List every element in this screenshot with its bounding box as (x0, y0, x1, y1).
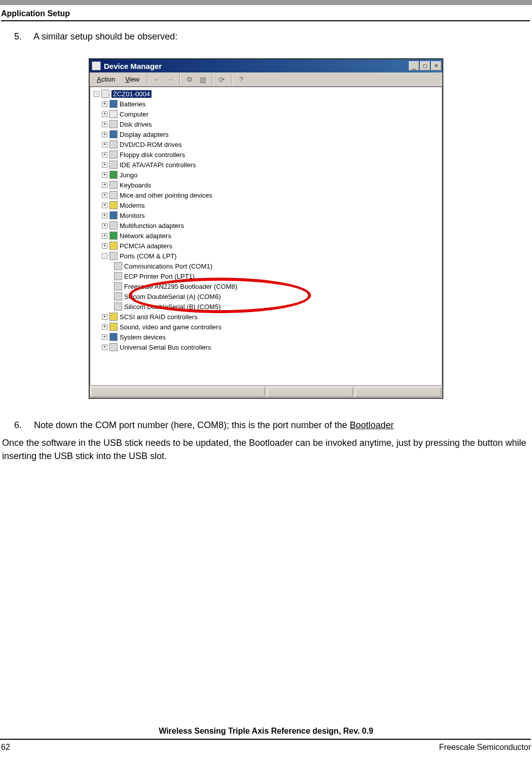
expand-icon[interactable]: + (102, 122, 107, 127)
collapse-icon[interactable]: - (102, 253, 107, 259)
footer-title: Wireless Sensing Triple Axis Reference d… (0, 727, 532, 739)
expand-icon[interactable]: + (102, 193, 107, 198)
status-bar (90, 386, 442, 398)
step-5-text: A similar setup should be observed: (33, 31, 177, 42)
tree-node-ide[interactable]: +IDE ATA/ATAPI controllers (92, 160, 440, 170)
body-paragraph: Once the software in the USB stick needs… (2, 437, 530, 462)
status-pane-main (91, 387, 265, 397)
expand-icon[interactable]: + (102, 314, 107, 320)
computer-icon (109, 110, 118, 118)
step-6-number: 6. (14, 419, 31, 432)
usb-icon (109, 343, 118, 351)
tree-leaf-lpt1[interactable]: ECP Printer Port (LPT1) (92, 271, 440, 281)
titlebar[interactable]: Device Manager _ □ × (90, 59, 442, 72)
tree-node-multi[interactable]: +Multifunction adapters (92, 220, 440, 231)
pcmcia-icon (109, 242, 118, 250)
sound-icon (109, 323, 118, 331)
expand-icon[interactable]: + (102, 162, 107, 168)
port-icon (114, 282, 122, 290)
tree-node-ports[interactable]: -Ports (COM & LPT) (92, 251, 440, 261)
device-tree[interactable]: - ZCZ01-0004 +Batteries +Computer +Disk … (90, 87, 442, 386)
tree-node-scsi[interactable]: +SCSI and RAID controllers (92, 312, 440, 322)
jungo-icon (109, 171, 118, 179)
expand-icon[interactable]: + (102, 203, 107, 208)
expand-icon[interactable]: + (102, 152, 107, 158)
expand-icon[interactable]: + (102, 233, 107, 239)
system-icon (109, 333, 118, 341)
expand-icon[interactable]: + (102, 132, 107, 137)
mouse-icon (109, 191, 118, 199)
tree-node-usb[interactable]: +Universal Serial Bus controllers (92, 342, 440, 352)
monitor-icon (109, 211, 118, 219)
nav-forward-icon[interactable]: → (165, 74, 176, 85)
nav-back-icon[interactable]: ← (151, 74, 163, 85)
document-top-bar (0, 0, 532, 5)
tree-root[interactable]: - ZCZ01-0004 (92, 89, 440, 99)
network-icon (109, 232, 118, 240)
help-icon[interactable]: ? (236, 74, 247, 85)
keyboard-icon (109, 181, 118, 189)
footer-right: Freescale Semiconductor (439, 743, 531, 752)
ports-icon (109, 252, 118, 260)
page-number: 62 (1, 743, 10, 752)
tree-node-system[interactable]: +System devices (92, 332, 440, 342)
tree-node-network[interactable]: +Network adapters (92, 231, 440, 241)
tree-leaf-doubleserial-b[interactable]: Silicom DoubleSerial (B) (COM5) (92, 301, 440, 312)
battery-icon (109, 100, 118, 108)
tree-node-pcmcia[interactable]: +PCMCIA adapters (92, 241, 440, 251)
tree-node-monitors[interactable]: +Monitors (92, 210, 440, 220)
dvd-icon (109, 140, 118, 148)
tree-node-jungo[interactable]: +Jungo (92, 170, 440, 180)
step-6: 6. Note down the COM port number (here, … (14, 419, 531, 432)
collapse-icon[interactable]: - (94, 91, 99, 97)
expand-icon[interactable]: + (102, 172, 107, 178)
ide-icon (109, 161, 118, 169)
computer-root-icon (101, 90, 109, 98)
tree-node-modems[interactable]: +Modems (92, 200, 440, 210)
disk-icon (109, 120, 118, 128)
details-icon[interactable]: ▥ (197, 74, 208, 85)
menu-action[interactable]: Action (93, 74, 119, 84)
expand-icon[interactable]: + (102, 213, 107, 218)
expand-icon[interactable]: + (102, 324, 107, 330)
tree-leaf-com1[interactable]: Communications Port (COM1) (92, 261, 440, 271)
port-icon (114, 302, 122, 311)
expand-icon[interactable]: + (102, 111, 107, 117)
menu-view[interactable]: View (121, 74, 143, 84)
expand-icon[interactable]: + (102, 182, 107, 188)
display-icon (109, 130, 118, 138)
tree-node-batteries[interactable]: +Batteries (92, 99, 440, 109)
tree-node-dvd[interactable]: +DVD/CD-ROM drives (92, 139, 440, 149)
tree-leaf-doubleserial-a[interactable]: Silicom DoubleSerial (A) (COM6) (92, 291, 440, 301)
expand-icon[interactable]: + (102, 334, 107, 340)
multifunction-icon (109, 221, 118, 230)
toolbar-separator (179, 74, 180, 85)
port-icon (114, 272, 122, 280)
properties-icon[interactable]: ⧉ (184, 74, 195, 85)
root-label: ZCZ01-0004 (111, 90, 151, 98)
scsi-icon (109, 313, 118, 321)
close-button[interactable]: × (431, 61, 441, 70)
tree-node-floppy[interactable]: +Floppy disk controllers (92, 149, 440, 160)
expand-icon[interactable]: + (102, 345, 107, 350)
page-footer: Wireless Sensing Triple Axis Reference d… (0, 727, 532, 752)
expand-icon[interactable]: + (102, 223, 107, 229)
tree-leaf-bootloader[interactable]: Freescale AN2295 Bootloader (COM8) (92, 281, 440, 291)
tree-node-sound[interactable]: +Sound, video and game controllers (92, 322, 440, 332)
tree-node-keyboards[interactable]: +Keyboards (92, 180, 440, 190)
device-manager-window: Device Manager _ □ × Action View ← → ⧉ ▥… (89, 58, 443, 399)
port-icon (114, 292, 122, 300)
tree-node-computer[interactable]: +Computer (92, 109, 440, 119)
minimize-button[interactable]: _ (409, 61, 419, 70)
refresh-icon[interactable]: ⟳ (216, 74, 227, 85)
tree-node-display[interactable]: +Display adapters (92, 129, 440, 139)
port-icon (114, 262, 122, 270)
tree-node-mice[interactable]: +Mice and other pointing devices (92, 190, 440, 200)
expand-icon[interactable]: + (102, 101, 107, 107)
maximize-button[interactable]: □ (420, 61, 430, 70)
expand-icon[interactable]: + (102, 142, 107, 147)
modem-icon (109, 201, 118, 209)
expand-icon[interactable]: + (102, 243, 107, 249)
section-title: Application Setup (1, 5, 531, 20)
tree-node-disk[interactable]: +Disk drives (92, 119, 440, 129)
